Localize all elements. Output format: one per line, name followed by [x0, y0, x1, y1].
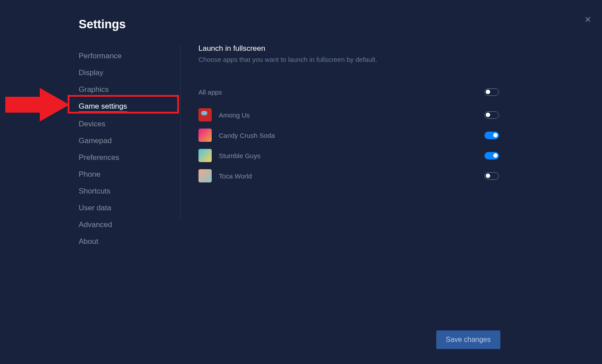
all-apps-toggle[interactable]: [484, 88, 499, 96]
app-row: Stumble Guys: [198, 149, 499, 162]
sidebar-item-advanced[interactable]: Advanced: [79, 216, 180, 233]
close-button[interactable]: [583, 14, 593, 25]
sidebar-item-label: Performance: [79, 52, 122, 61]
app-icon-candy-crush: [198, 129, 212, 142]
sidebar-item-game-settings[interactable]: Game settings: [79, 98, 180, 116]
sidebar-item-label: Gamepad: [79, 136, 112, 145]
app-icon-stumble-guys: [198, 149, 212, 162]
sidebar-item-label: Graphics: [79, 85, 109, 94]
sidebar-item-phone[interactable]: Phone: [79, 166, 180, 183]
sidebar-item-label: Phone: [79, 170, 100, 179]
save-changes-button[interactable]: Save changes: [436, 330, 500, 349]
app-icon-among-us: [198, 108, 212, 121]
app-toggle-candy-crush[interactable]: [484, 132, 499, 139]
sidebar-item-label: Game settings: [79, 102, 127, 112]
section-title: Launch in fullscreen: [198, 44, 499, 53]
settings-sidebar: Performance Display Graphics Game settin…: [79, 48, 180, 250]
app-row: Candy Crush Soda: [198, 129, 499, 142]
sidebar-item-about[interactable]: About: [79, 233, 180, 250]
sidebar-item-gamepad[interactable]: Gamepad: [79, 133, 180, 149]
app-name-label: Stumble Guys: [219, 152, 484, 159]
sidebar-item-preferences[interactable]: Preferences: [79, 149, 180, 166]
page-title: Settings: [79, 18, 126, 31]
sidebar-item-label: Advanced: [79, 220, 112, 229]
section-description: Choose apps that you want to launch in f…: [198, 56, 499, 63]
sidebar-item-label: Display: [79, 68, 103, 77]
app-toggle-stumble-guys[interactable]: [484, 152, 499, 159]
app-toggle-toca-world[interactable]: [484, 172, 499, 180]
app-icon-toca-world: [198, 169, 212, 182]
app-name-label: Candy Crush Soda: [219, 132, 484, 139]
app-name-label: Toca World: [219, 172, 484, 180]
all-apps-label: All apps: [198, 88, 484, 96]
app-toggle-among-us[interactable]: [484, 111, 499, 119]
all-apps-row: All apps: [198, 85, 499, 99]
sidebar-item-label: About: [79, 237, 98, 246]
close-icon: [583, 15, 592, 24]
svg-marker-0: [5, 88, 69, 121]
content-panel: Launch in fullscreen Choose apps that yo…: [198, 44, 499, 190]
sidebar-item-user-data[interactable]: User data: [79, 200, 180, 216]
annotation-arrow-icon: [5, 86, 69, 124]
sidebar-item-devices[interactable]: Devices: [79, 116, 180, 133]
sidebar-item-label: Devices: [79, 120, 105, 129]
sidebar-item-graphics[interactable]: Graphics: [79, 81, 180, 98]
app-row: Toca World: [198, 169, 499, 182]
sidebar-item-label: User data: [79, 204, 111, 212]
sidebar-item-label: Shortcuts: [79, 187, 110, 196]
sidebar-item-shortcuts[interactable]: Shortcuts: [79, 183, 180, 200]
sidebar-item-performance[interactable]: Performance: [79, 48, 180, 64]
sidebar-divider: [180, 44, 181, 221]
app-row: Among Us: [198, 108, 499, 121]
sidebar-item-display[interactable]: Display: [79, 64, 180, 81]
app-name-label: Among Us: [219, 111, 484, 119]
sidebar-item-label: Preferences: [79, 153, 119, 162]
